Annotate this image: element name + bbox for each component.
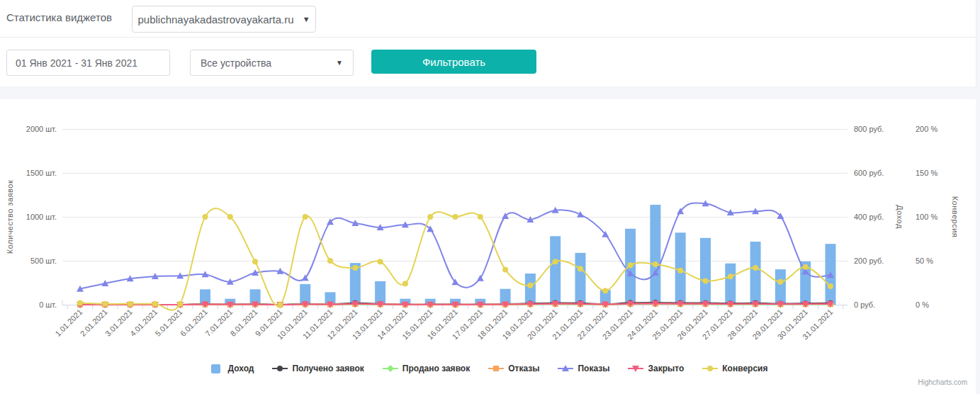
device-selector-value: Все устройства	[201, 57, 271, 69]
legend-item-label: Получено заявок	[292, 364, 364, 373]
legend-marker-icon	[383, 364, 398, 373]
y-axis-percent-labels: 0 %50 %100 %150 %200 %	[916, 125, 937, 309]
legend-item-label: Доход	[228, 364, 254, 373]
chevron-down-icon: ▼	[303, 15, 310, 23]
svg-text:2000 шт.: 2000 шт.	[26, 125, 57, 133]
svg-text:400 руб.: 400 руб.	[854, 213, 884, 221]
svg-text:500 шт.: 500 шт.	[30, 257, 57, 265]
y-axis-rub-labels: 0 руб.200 руб.400 руб.600 руб.800 руб.	[854, 125, 884, 309]
x-axis-labels: 1.01.20212.01.20213.01.20214.01.20215.01…	[53, 308, 834, 341]
site-selector-value: publichnayakadastrovayakarta.ru	[137, 13, 293, 26]
svg-text:0 шт.: 0 шт.	[39, 300, 57, 309]
legend-item-label: Отказы	[508, 364, 539, 373]
series-dohod-columns[interactable]	[200, 205, 836, 305]
svg-text:0 руб.: 0 руб.	[854, 300, 875, 309]
y-axis-percent-title: Конверсия	[951, 196, 959, 238]
page-title: Статистика виджетов	[6, 11, 112, 23]
legend-item-отказы[interactable]: Отказы	[479, 364, 548, 373]
legend-item-label: Продано заявок	[402, 364, 470, 373]
svg-text:1000 шт.: 1000 шт.	[26, 213, 57, 221]
svg-text:50 %: 50 %	[916, 257, 933, 265]
highcharts-credit-link[interactable]: Highcharts.com	[918, 378, 967, 386]
legend-item-показы[interactable]: Показы	[548, 364, 619, 373]
date-range-input[interactable]	[6, 50, 170, 76]
legend-item-доход[interactable]: Доход	[199, 364, 264, 373]
header-card: Статистика виджетов publichnayakadastrov…	[0, 0, 976, 86]
svg-text:1500 шт.: 1500 шт.	[26, 169, 57, 177]
svg-text:100 %: 100 %	[916, 213, 937, 221]
svg-text:0 %: 0 %	[916, 300, 929, 309]
legend-item-получено-заявок[interactable]: Получено заявок	[263, 364, 373, 373]
chart-legend: ДоходПолучено заявокПродано заявокОтказы…	[0, 364, 976, 373]
legend-item-label: Показы	[578, 364, 609, 373]
svg-text:200 руб.: 200 руб.	[854, 257, 884, 265]
legend-marker-icon	[628, 364, 643, 373]
legend-marker-icon	[488, 364, 504, 373]
svg-text:600 руб.: 600 руб.	[854, 169, 884, 177]
legend-item-продано-заявок[interactable]: Продано заявок	[373, 364, 479, 373]
device-selector-dropdown[interactable]: Все устройства ▼	[190, 50, 354, 76]
series-конверсия[interactable]	[77, 208, 833, 310]
legend-item-конверсия[interactable]: Конверсия	[693, 364, 777, 373]
series-показы[interactable]	[77, 200, 834, 291]
series-закрыто[interactable]	[77, 300, 834, 308]
chart-card: 0 шт.500 шт.1000 шт.1500 шт.2000 шт.0 ру…	[0, 99, 976, 394]
legend-item-label: Закрыто	[648, 364, 684, 373]
section-divider	[0, 86, 980, 99]
svg-text:800 руб.: 800 руб.	[854, 125, 884, 133]
svg-text:200 %: 200 %	[916, 125, 937, 133]
y-axis-left-labels: 0 шт.500 шт.1000 шт.1500 шт.2000 шт.	[26, 125, 57, 309]
site-selector-dropdown[interactable]: publichnayakadastrovayakarta.ru ▼	[132, 6, 316, 33]
svg-text:150 %: 150 %	[916, 169, 937, 177]
header-row: Статистика виджетов publichnayakadastrov…	[0, 0, 976, 38]
legend-marker-icon	[702, 364, 718, 373]
legend-marker-icon	[272, 364, 288, 373]
legend-item-label: Конверсия	[722, 364, 767, 373]
chevron-down-icon: ▼	[336, 59, 343, 67]
legend-item-закрыто[interactable]: Закрыто	[619, 364, 693, 373]
statistics-chart: 0 шт.500 шт.1000 шт.1500 шт.2000 шт.0 ру…	[0, 99, 976, 394]
y-axis-rub-title: Доход	[896, 205, 904, 229]
filter-button[interactable]: Фильтровать	[371, 50, 536, 74]
legend-swatch-icon	[208, 364, 224, 373]
legend-marker-icon	[558, 364, 573, 373]
y-axis-left-title: Количество заявок	[6, 180, 14, 254]
